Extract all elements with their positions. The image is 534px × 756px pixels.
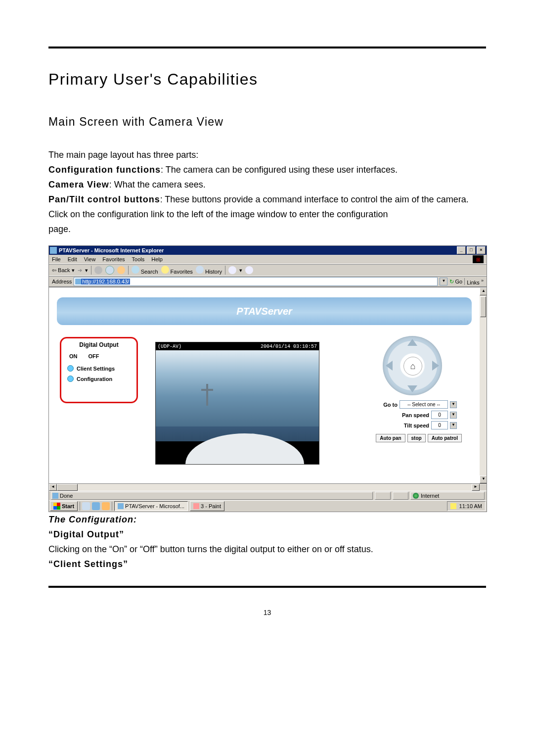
menu-view[interactable]: View xyxy=(84,256,96,262)
page-number: 13 xyxy=(48,609,486,616)
part-view-text: : What the camera sees. xyxy=(109,180,206,189)
client-settings-link[interactable]: Client Settings xyxy=(61,363,136,374)
page-icon xyxy=(75,279,81,284)
ie-toolbar: ⇦ Back ▾ ➔ ▾ Search Favorites History ▾ xyxy=(49,264,487,276)
address-dropdown-icon[interactable]: ▼ xyxy=(440,278,447,285)
favorites-button[interactable]: Favorites xyxy=(161,266,193,275)
status-text: Done xyxy=(60,493,73,499)
video-sky xyxy=(156,350,319,426)
quicklaunch-desktop-icon[interactable] xyxy=(82,502,90,510)
scroll-up-icon[interactable]: ▲ xyxy=(480,287,487,295)
internet-zone-icon xyxy=(413,493,419,499)
taskbar-separator xyxy=(80,502,80,511)
menu-file[interactable]: File xyxy=(52,256,61,262)
chevron-down-icon[interactable]: ▼ xyxy=(450,401,457,408)
vertical-scrollbar[interactable]: ▲ ▼ xyxy=(480,287,487,483)
ie-throbber-icon: ⊞ xyxy=(473,255,484,263)
menu-edit[interactable]: Edit xyxy=(68,256,77,262)
history-button[interactable]: History xyxy=(196,266,222,275)
scrollbar-corner xyxy=(480,484,487,490)
status-zone: Internet xyxy=(410,492,485,500)
ie-statusbar: Done Internet xyxy=(49,491,487,500)
ie-window: PTAVServer - Microsoft Internet Explorer… xyxy=(48,245,487,512)
favorites-icon xyxy=(161,266,169,274)
go-button[interactable]: ↻Go xyxy=(449,279,462,285)
ie-viewport: PTAVServer Digital Output ON OFF Client … xyxy=(49,287,487,483)
bullet-icon xyxy=(67,376,74,382)
close-button[interactable]: × xyxy=(477,246,486,254)
section-subtitle: Main Screen with Camera View xyxy=(48,115,486,129)
digital-output-off[interactable]: OFF xyxy=(87,353,99,359)
windows-taskbar: Start PTAVServer - Microsof... 3 - Paint xyxy=(49,500,487,512)
tilt-down-button[interactable] xyxy=(407,385,417,392)
status-cell xyxy=(375,492,391,500)
tilt-up-button[interactable] xyxy=(407,339,417,346)
digital-output-on[interactable]: ON xyxy=(67,353,78,359)
auto-patrol-button[interactable]: Auto patrol xyxy=(428,434,462,442)
refresh-icon[interactable] xyxy=(105,266,114,275)
toolbar-separator xyxy=(91,266,91,275)
links-button[interactable]: Links » xyxy=(464,278,484,285)
ptz-home-button[interactable]: ⌂ xyxy=(403,357,422,376)
forward-button[interactable]: ➔ xyxy=(78,267,82,274)
part-config-label: Configuration functions xyxy=(48,165,161,175)
address-input[interactable]: http://192.168.0.43/ xyxy=(74,277,438,286)
stop-icon[interactable] xyxy=(94,266,102,274)
history-icon xyxy=(196,266,204,274)
tilt-speed-select[interactable]: 0 xyxy=(431,421,448,429)
menu-tools[interactable]: Tools xyxy=(132,256,145,262)
menu-favorites[interactable]: Favorites xyxy=(102,256,125,262)
scroll-right-icon[interactable]: ► xyxy=(472,484,480,491)
page-icon xyxy=(52,493,58,499)
configuration-link[interactable]: Configuration xyxy=(61,374,136,384)
part-view-label: Camera View xyxy=(48,180,109,189)
quicklaunch-ie-icon[interactable] xyxy=(92,502,100,510)
start-button[interactable]: Start xyxy=(50,501,78,511)
caption-digital-output-label: “Digital Output” xyxy=(48,529,124,539)
ie-title-text: PTAVServer - Microsoft Internet Explorer xyxy=(59,247,164,253)
toolbar-separator xyxy=(225,266,225,275)
chevron-down-icon[interactable]: ▼ xyxy=(450,422,457,429)
paint-icon xyxy=(193,503,199,509)
scroll-left-icon[interactable]: ◄ xyxy=(49,484,57,491)
auto-pan-button[interactable]: Auto pan xyxy=(376,434,405,442)
bullet-icon xyxy=(67,365,74,372)
chevron-down-icon[interactable]: ▼ xyxy=(450,412,457,419)
pan-speed-select[interactable]: 0 xyxy=(431,411,448,419)
taskbar-item-paint[interactable]: 3 - Paint xyxy=(190,501,224,511)
pan-left-button[interactable] xyxy=(386,361,393,371)
pan-right-button[interactable] xyxy=(432,361,439,371)
part-pantilt-text: : These buttons provide a command interf… xyxy=(160,194,469,204)
search-button[interactable]: Search xyxy=(132,266,158,275)
stream-timestamp: 2004/01/14 03:10:57 xyxy=(261,344,317,349)
horizontal-scrollbar[interactable]: ◄ ► xyxy=(49,483,487,491)
volume-icon[interactable] xyxy=(450,503,456,509)
home-icon[interactable] xyxy=(117,266,125,274)
ie-addressbar: Address http://192.168.0.43/ ▼ ↻Go Links… xyxy=(49,276,487,287)
ptz-buttons: Auto pan stop Auto patrol xyxy=(376,434,462,442)
ie-titlebar[interactable]: PTAVServer - Microsoft Internet Explorer… xyxy=(49,246,487,255)
windows-logo-icon xyxy=(53,503,60,510)
page-title: Primary User's Capabilities xyxy=(48,70,486,89)
stop-button[interactable]: stop xyxy=(407,434,426,442)
camera-view[interactable]: (UDP-AV) 2004/01/14 03:10:57 xyxy=(155,342,319,465)
minimize-button[interactable]: _ xyxy=(457,246,466,254)
goto-select[interactable]: -- Select one -- xyxy=(400,400,448,409)
part-pantilt-label: Pan/Tilt control buttons xyxy=(48,194,160,204)
quicklaunch-outlook-icon[interactable] xyxy=(102,502,110,510)
maximize-button[interactable]: □ xyxy=(467,246,476,254)
print-icon[interactable] xyxy=(245,266,253,274)
mail-icon[interactable] xyxy=(228,266,236,274)
scrollbar-thumb[interactable] xyxy=(57,484,78,491)
back-button[interactable]: ⇦ Back ▾ xyxy=(52,267,75,274)
clock: 11:10 AM xyxy=(459,503,482,509)
ie-menubar: File Edit View Favorites Tools Help ⊞ xyxy=(49,255,487,264)
click-note-line2: page. xyxy=(48,222,486,236)
address-label: Address xyxy=(52,279,72,284)
scrollbar-thumb[interactable] xyxy=(480,296,486,317)
menu-help[interactable]: Help xyxy=(151,256,163,262)
scroll-down-icon[interactable]: ▼ xyxy=(480,475,487,483)
taskbar-item-ie[interactable]: PTAVServer - Microsof... xyxy=(114,501,188,511)
intro-text: The main page layout has three parts: Co… xyxy=(48,147,486,236)
intro-line: The main page layout has three parts: xyxy=(48,147,486,162)
